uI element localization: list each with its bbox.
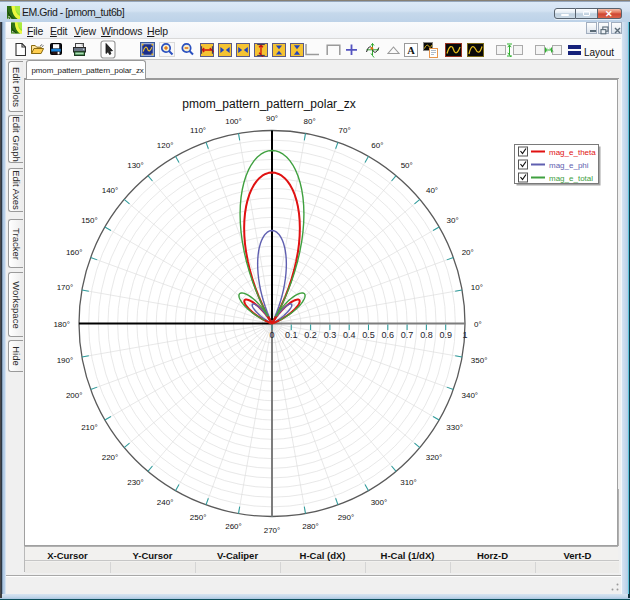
- svg-text:290°: 290°: [338, 513, 355, 522]
- svg-text:mag_e_phi: mag_e_phi: [549, 161, 589, 170]
- svg-text:200°: 200°: [66, 391, 83, 400]
- svg-text:220°: 220°: [102, 453, 119, 462]
- svg-text:330°: 330°: [446, 423, 463, 432]
- svg-text:340°: 340°: [462, 391, 479, 400]
- svg-text:mag_e_total: mag_e_total: [549, 174, 593, 183]
- svg-text:40°: 40°: [426, 186, 438, 195]
- svg-text:230°: 230°: [127, 478, 144, 487]
- svg-text:300°: 300°: [371, 498, 388, 507]
- svg-text:140°: 140°: [102, 186, 119, 195]
- svg-text:50°: 50°: [401, 161, 413, 170]
- svg-text:80°: 80°: [304, 117, 316, 126]
- svg-text:260°: 260°: [225, 522, 242, 531]
- svg-text:250°: 250°: [190, 513, 207, 522]
- svg-text:mag_e_theta: mag_e_theta: [549, 148, 596, 157]
- svg-text:180°: 180°: [53, 320, 70, 329]
- svg-text:0°: 0°: [474, 320, 482, 329]
- svg-text:210°: 210°: [81, 423, 98, 432]
- svg-text:A: A: [407, 45, 415, 56]
- svg-text:280°: 280°: [302, 522, 319, 531]
- svg-text:0.9: 0.9: [439, 330, 452, 340]
- svg-text:240°: 240°: [157, 498, 174, 507]
- svg-text:0.7: 0.7: [401, 330, 414, 340]
- svg-text:150°: 150°: [81, 216, 98, 225]
- svg-text:60°: 60°: [371, 141, 383, 150]
- svg-text:120°: 120°: [157, 141, 174, 150]
- svg-text:160°: 160°: [66, 248, 83, 257]
- svg-text:0.8: 0.8: [420, 330, 433, 340]
- svg-text:0.1: 0.1: [285, 330, 298, 340]
- svg-text:310°: 310°: [400, 478, 417, 487]
- svg-text:110°: 110°: [190, 126, 206, 135]
- svg-text:0: 0: [269, 330, 274, 340]
- svg-text:270°: 270°: [264, 526, 281, 535]
- svg-text:130°: 130°: [127, 161, 144, 170]
- svg-text:100°: 100°: [225, 117, 242, 126]
- svg-text:170°: 170°: [57, 283, 74, 292]
- svg-text:0.3: 0.3: [324, 330, 337, 340]
- svg-text:190°: 190°: [57, 356, 74, 365]
- svg-text:0.2: 0.2: [304, 330, 317, 340]
- svg-text:320°: 320°: [426, 453, 443, 462]
- svg-text:70°: 70°: [339, 126, 351, 135]
- svg-text:pmom_pattern_pattern_polar_zx: pmom_pattern_pattern_polar_zx: [182, 97, 355, 111]
- svg-text:0.5: 0.5: [362, 330, 375, 340]
- svg-text:20°: 20°: [462, 248, 474, 257]
- svg-text:30°: 30°: [447, 216, 459, 225]
- svg-text:1: 1: [462, 330, 467, 340]
- svg-text:10°: 10°: [471, 283, 483, 292]
- svg-text:350°: 350°: [471, 356, 488, 365]
- svg-text:90°: 90°: [266, 114, 278, 123]
- svg-text:0.4: 0.4: [343, 330, 356, 340]
- svg-text:0.6: 0.6: [382, 330, 395, 340]
